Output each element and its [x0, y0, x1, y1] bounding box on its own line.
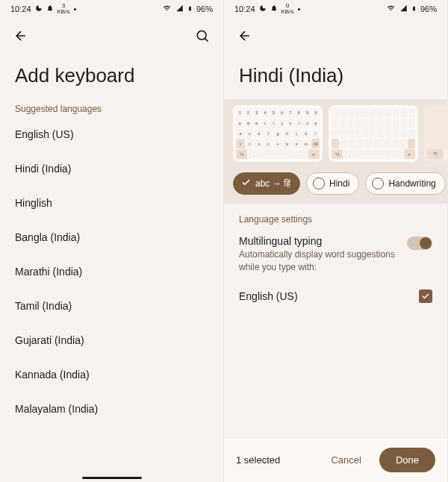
battery-percent: 96% [196, 4, 213, 13]
chip-label: Handwriting [388, 178, 435, 189]
language-item[interactable]: Hinglish [0, 186, 223, 220]
chip-label: abc → हिं [255, 178, 290, 189]
signal-icon [175, 4, 184, 13]
section-language-settings: Language settings [224, 204, 447, 228]
language-item[interactable]: Tamil (India) [0, 289, 223, 323]
layout-chip-abc[interactable]: abc → हिं [233, 172, 300, 195]
signal-icon [399, 4, 408, 13]
moon-icon [259, 4, 267, 13]
svg-point-0 [197, 31, 206, 40]
radio-icon [313, 178, 325, 190]
status-time: 10:24 [10, 4, 31, 13]
keyboard-previews: 1234567890 qwertyuiop asdfghjkl ⇧zxcvbnm… [224, 99, 447, 166]
header [224, 18, 447, 51]
language-item[interactable]: Bangla (India) [0, 220, 223, 254]
language-item[interactable]: Malayalam (India) [0, 392, 223, 426]
chip-label: Hindi [329, 178, 349, 189]
status-time: 10:24 [234, 4, 255, 13]
battery-icon [411, 4, 417, 14]
layout-chips: abc → हिं Hindi Handwriting [224, 166, 447, 204]
wifi-icon [386, 4, 396, 13]
battery-icon [187, 4, 193, 14]
dot-icon: • [297, 4, 300, 13]
keyboard-preview[interactable]: 1234567890 qwertyuiop asdfghjkl ⇧zxcvbnm… [233, 105, 323, 162]
keyboard-preview[interactable]: ?1↵ [424, 105, 447, 162]
language-item[interactable]: English (US) [0, 117, 223, 151]
language-label: English (US) [239, 290, 298, 302]
done-button[interactable]: Done [379, 448, 435, 472]
status-bar: 10:24 3 KB/s • 96% [0, 0, 223, 18]
cancel-button[interactable]: Cancel [320, 448, 371, 472]
bell-icon [46, 4, 54, 13]
multilingual-title: Multilingual typing [239, 235, 398, 247]
language-item[interactable]: Marathi (India) [0, 254, 223, 289]
radio-icon [372, 178, 384, 190]
bell-icon [270, 4, 278, 13]
language-item[interactable]: Kannada (India) [0, 357, 223, 392]
network-speed: 3 KB/s [57, 3, 70, 15]
selected-count: 1 selected [236, 454, 280, 466]
screen-add-keyboard: 10:24 3 KB/s • 96% [0, 0, 224, 482]
back-button[interactable] [12, 27, 30, 45]
language-item[interactable]: Gujarati (India) [0, 323, 223, 357]
multilingual-subtitle: Automatically display word suggestions w… [239, 248, 398, 274]
battery-percent: 96% [420, 4, 437, 13]
language-checkbox-item[interactable]: English (US) [224, 278, 447, 314]
bottom-bar: 1 selected Cancel Done [224, 437, 447, 482]
back-button[interactable] [236, 27, 254, 45]
check-icon [241, 178, 251, 190]
keyboard-preview[interactable]: ?1,.↵ [329, 105, 418, 162]
header [0, 18, 223, 51]
layout-chip-hindi[interactable]: Hindi [306, 172, 359, 195]
section-suggested: Suggested languages [0, 99, 223, 117]
page-title: Add keyboard [0, 51, 223, 99]
search-button[interactable] [193, 27, 211, 45]
status-bar: 10:24 0 KB/s • 96% [224, 0, 447, 18]
nav-handle[interactable] [82, 477, 142, 479]
layout-chip-handwriting[interactable]: Handwriting [365, 172, 445, 195]
network-speed: 0 KB/s [281, 3, 294, 15]
screen-hindi-layout: 10:24 0 KB/s • 96% [224, 0, 448, 482]
dot-icon: • [73, 4, 76, 13]
checkbox-icon [419, 289, 432, 303]
page-title: Hindi (India) [224, 51, 447, 99]
wifi-icon [162, 4, 172, 13]
language-item[interactable]: Hindi (India) [0, 151, 223, 186]
moon-icon [35, 4, 43, 13]
multilingual-toggle[interactable] [407, 237, 432, 250]
